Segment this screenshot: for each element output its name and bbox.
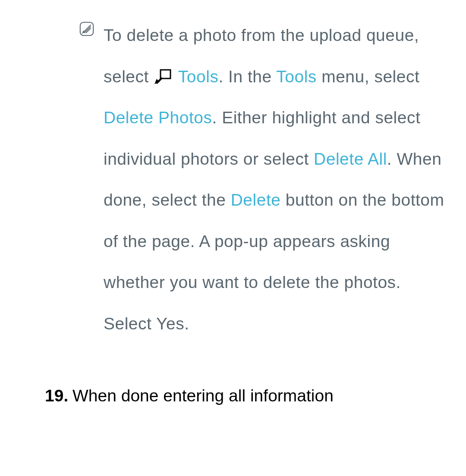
note-block: To delete a photo from the upload queue,… xyxy=(0,0,466,344)
note-text-seg2: . In the xyxy=(218,67,276,86)
delete-photos-link[interactable]: Delete Photos xyxy=(104,108,212,127)
tools-share-icon xyxy=(154,69,172,84)
step-text: When done entering all information xyxy=(72,375,334,416)
step-number: 19. xyxy=(45,375,72,416)
delete-all-link[interactable]: Delete All xyxy=(314,150,387,168)
svg-rect-5 xyxy=(161,70,170,78)
step-19-row: 19. When done entering all information xyxy=(0,344,466,416)
tools-link-2[interactable]: Tools xyxy=(276,67,317,86)
tools-link-1[interactable]: Tools xyxy=(178,67,219,86)
note-paragraph: To delete a photo from the upload queue,… xyxy=(104,15,450,344)
note-text-seg6: button on the bottom of the page. A pop-… xyxy=(104,191,444,333)
svg-line-2 xyxy=(84,26,91,33)
note-pencil-icon xyxy=(79,21,95,37)
note-text-seg3: menu, select xyxy=(317,67,419,86)
delete-link[interactable]: Delete xyxy=(231,191,281,209)
